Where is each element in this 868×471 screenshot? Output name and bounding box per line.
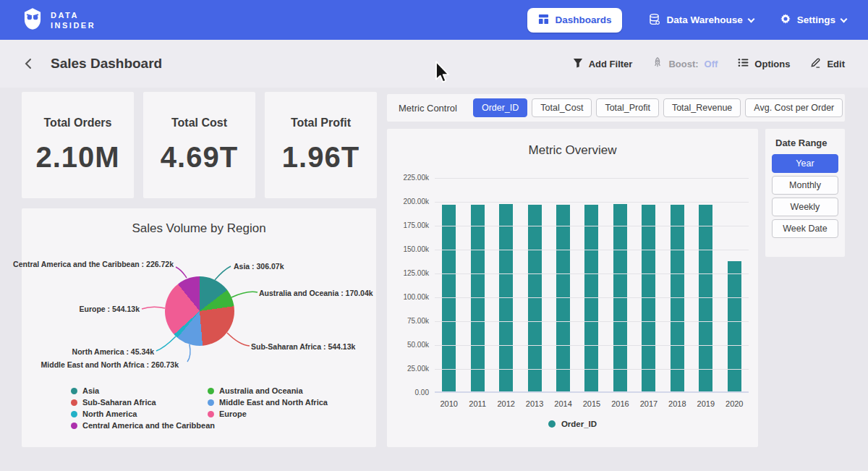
chevron-down-icon [747,15,754,22]
bar-series [435,178,749,391]
y-axis: 225.00k200.00k175.00k150.00k125.00k100.0… [387,178,429,393]
legend-dot [71,411,77,417]
metric-option-avg-cost-per-order[interactable]: Avg. Cost per Order [745,98,843,117]
pie-label-sub-saharan-africa: Sub-Saharan Africa : 544.13k [251,342,355,351]
bar-chart-title: Metric Overview [387,143,758,158]
x-tick-label: 2011 [463,399,491,408]
brand-logo[interactable]: DATAINSIDER [22,7,95,33]
pie-legend-column-2: Australia and OceaniaMiddle East and Nor… [208,385,328,420]
filter-funnel-icon [573,58,583,70]
pie-legend-item-europe: Europe [208,408,328,420]
x-tick-label: 2012 [492,399,520,408]
nav-data-warehouse-label: Data Warehouse [666,14,742,25]
edit-button[interactable]: Edit [810,57,845,70]
bar-2018[interactable] [671,205,684,391]
legend-dot [208,388,214,394]
bar-2020[interactable] [728,261,741,391]
pie-label-middle-east-and-north-africa: Middle East and North Africa : 260.73k [41,360,179,369]
x-tick-label: 2018 [663,399,692,408]
top-nav: DATAINSIDER Dashboards [0,0,868,40]
pie-legend-item-middle-east-and-north-africa: Middle East and North Africa [208,396,328,408]
kpi-label: Total Cost [143,116,255,130]
chevron-down-icon [841,15,848,22]
kpi-card-total-profit: Total Profit 1.96T [265,92,377,198]
metric-option-total-profit[interactable]: Total_Profit [596,98,659,117]
kpi-card-total-orders: Total Orders 2.10M [22,92,134,198]
metric-overview-card: Metric Overview 225.00k200.00k175.00k150… [387,129,758,447]
pie-label-north-america: North America : 45.34k [72,347,154,356]
pie-chart[interactable] [165,276,234,346]
nav-settings[interactable]: Settings [780,13,846,27]
x-tick-label: 2016 [606,399,634,408]
nav-data-warehouse[interactable]: Data Warehouse [648,13,753,27]
options-button[interactable]: Options [738,58,790,69]
date-range-option-weekly[interactable]: Weekly [772,198,838,216]
dashboard-grid-icon [538,14,549,27]
legend-dot [548,420,556,428]
back-button[interactable] [23,58,35,69]
bar-2011[interactable] [471,205,485,391]
bar-chart-plot [435,178,749,393]
metric-control-label: Metric Control [399,103,457,114]
kpi-value: 1.96T [265,141,377,174]
gear-icon [780,13,791,27]
bar-2010[interactable] [442,205,456,391]
kpi-label: Total Profit [265,116,377,130]
metric-option-order-id[interactable]: Order_ID [473,98,527,117]
x-tick-label: 2013 [520,399,548,408]
metric-option-total-cost[interactable]: Total_Cost [532,98,592,117]
pie-legend-item-north-america: North America [71,408,215,420]
pie-label-europe: Europe : 544.13k [80,305,140,313]
database-icon [648,13,660,27]
x-tick-label: 2020 [720,399,749,408]
dashboard-toolbar: Sales Dashboard Add Filter Boost: Off [0,40,868,88]
y-tick-label: 25.00k [387,365,429,373]
y-tick-label: 175.00k [387,221,429,229]
pie-legend-item-sub-saharan-africa: Sub-Saharan Africa [71,396,215,408]
x-tick-label: 2017 [634,399,663,408]
rocket-icon [652,57,663,70]
bar-2014[interactable] [556,205,570,391]
nav-dashboards-label: Dashboards [555,14,611,25]
kpi-value: 4.69T [143,141,255,174]
y-tick-label: 200.00k [387,198,429,205]
bar-2013[interactable] [528,205,542,391]
bar-2015[interactable] [584,205,598,391]
date-range-option-week-date[interactable]: Week Date [772,219,838,238]
brand-text: DATAINSIDER [51,10,95,30]
legend-dot [71,388,77,394]
sales-volume-card: Sales Volume by Region Asia : 306.07kAus… [22,208,376,447]
x-tick-label: 2019 [692,399,720,408]
boost-status: Off [705,59,718,69]
bar-chart-legend: Order_ID [387,420,758,428]
legend-dot [71,423,77,429]
owl-logo-icon [22,7,43,33]
metric-control-bar: Metric Control Order_IDTotal_CostTotal_P… [387,94,845,122]
nav-dashboards-button[interactable]: Dashboards [527,8,622,33]
boost-toggle[interactable]: Boost: Off [652,57,718,70]
bar-2019[interactable] [699,205,712,391]
legend-dot [71,399,77,406]
pie-legend-column-1: AsiaSub-Saharan AfricaNorth AmericaCentr… [71,385,215,431]
legend-dot [208,411,214,417]
date-range-option-year[interactable]: Year [772,154,838,173]
pie-legend-item-australia-and-oceania: Australia and Oceania [208,385,328,396]
bar-2017[interactable] [642,205,655,391]
date-range-label: Date Range [775,137,838,148]
x-axis: 2010201120122013201420152016201720182019… [435,399,749,408]
date-range-option-monthly[interactable]: Monthly [772,176,838,195]
metric-option-total-revenue[interactable]: Total_Revenue [663,98,741,117]
kpi-label: Total Orders [22,116,134,130]
nav-settings-label: Settings [797,14,835,25]
y-tick-label: 50.00k [387,341,429,349]
kpi-card-total-cost: Total Cost 4.69T [143,92,255,198]
pie-legend-item-central-america-and-the-caribbean: Central America and the Caribbean [71,420,215,431]
date-range-panel: Date Range YearMonthlyWeeklyWeek Date [765,129,845,257]
y-tick-label: 75.00k [387,317,429,325]
pencil-icon [810,57,821,70]
pie-legend-item-asia: Asia [71,385,215,396]
x-tick-label: 2014 [549,399,577,408]
add-filter-button[interactable]: Add Filter [573,58,633,70]
x-tick-label: 2015 [577,399,605,408]
options-list-icon [738,58,749,69]
